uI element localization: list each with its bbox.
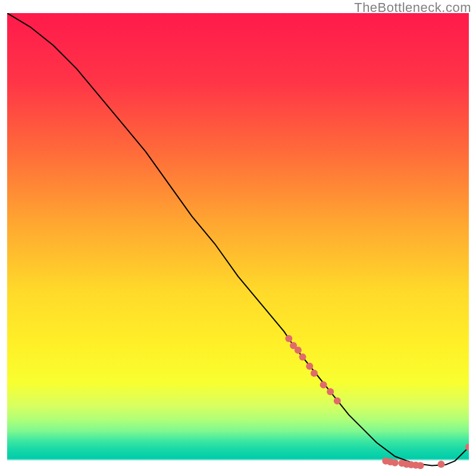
gradient-background xyxy=(7,13,469,475)
chart-canvas xyxy=(7,13,469,475)
sample-point xyxy=(334,397,341,405)
bottleneck-chart xyxy=(7,13,469,475)
sample-point xyxy=(392,459,399,466)
sample-point xyxy=(306,363,313,370)
sample-point xyxy=(299,353,306,361)
sample-point xyxy=(285,335,292,342)
sample-point xyxy=(437,461,444,468)
sample-point xyxy=(295,347,302,354)
sample-point xyxy=(417,462,424,469)
sample-point xyxy=(311,369,318,377)
sample-point xyxy=(320,381,327,389)
sample-point xyxy=(327,388,334,395)
